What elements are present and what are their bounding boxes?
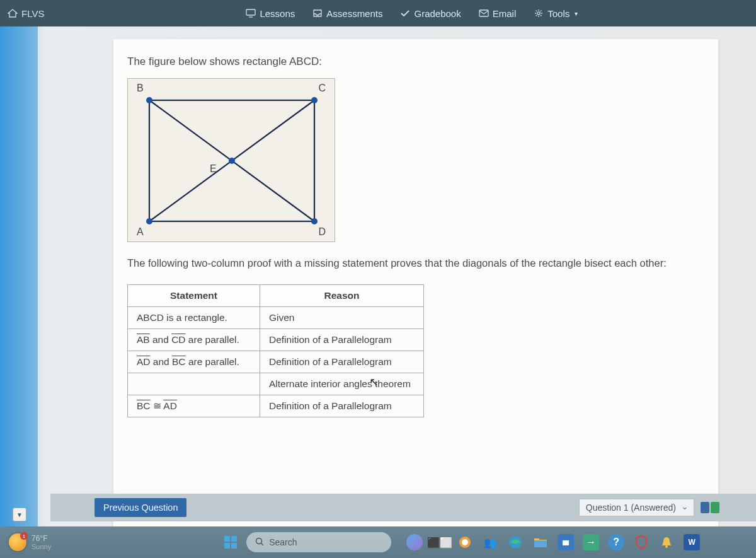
scroll-down-button[interactable]: ▼	[13, 508, 26, 521]
gear-icon	[534, 9, 544, 18]
svg-line-16	[261, 543, 264, 545]
svg-point-18	[462, 539, 468, 545]
nav-lessons[interactable]: Lessons	[246, 8, 295, 19]
edge-icon[interactable]	[507, 534, 524, 550]
intro-text: The figure below shows rectangle ABCD:	[127, 55, 704, 68]
mail-icon	[479, 9, 489, 18]
content-area: ▼ The figure below shows rectangle ABCD:…	[0, 26, 756, 526]
cell-reason: Definition of a Parallelogram	[260, 329, 424, 351]
weather-widget[interactable]: 1 76°F Sunny	[9, 533, 51, 551]
taskbar-search[interactable]: Search	[246, 532, 391, 552]
header-reason: Reason	[260, 285, 424, 307]
temperature: 76°F	[32, 534, 51, 543]
question-page: The figure below shows rectangle ABCD: B…	[113, 39, 718, 526]
proof-description: The following two-column proof with a mi…	[127, 256, 704, 270]
top-navbar: FLVS Lessons Assessments Gradebook Email…	[0, 0, 756, 26]
cell-statement: AD and BC are parallel.	[128, 351, 260, 373]
brand[interactable]: FLVS	[8, 8, 44, 19]
svg-rect-14	[231, 543, 237, 549]
cell-reason: Alternate interior angles theorem	[260, 373, 424, 395]
nav-tools-label: Tools	[547, 8, 570, 19]
question-footer: Previous Question Question 1 (Answered)	[50, 494, 756, 521]
brand-label: FLVS	[21, 8, 44, 19]
svg-rect-13	[224, 543, 230, 549]
table-row: AD and BC are parallel. Definition of a …	[128, 351, 424, 373]
svg-point-7	[311, 97, 318, 103]
left-gradient-strip: ▼	[0, 26, 38, 526]
teams-icon[interactable]: 👥	[482, 534, 498, 550]
windows-taskbar: 1 76°F Sunny Search ⬛⬜ 👥 → ? W	[0, 526, 756, 558]
proof-table: Statement Reason ABCD is a rectangle. Gi…	[127, 284, 424, 417]
chevron-down-icon: ▾	[575, 10, 578, 17]
monitor-icon	[246, 9, 256, 18]
svg-rect-12	[231, 536, 237, 542]
taskbar-apps: ⬛⬜ 👥 → ? W	[406, 534, 700, 550]
nav-email[interactable]: Email	[479, 8, 517, 19]
cell-statement-missing	[128, 373, 260, 395]
header-statement: Statement	[128, 285, 260, 307]
nav-gradebook-label: Gradebook	[414, 8, 461, 19]
svg-point-8	[146, 218, 152, 224]
nav-tools[interactable]: Tools ▾	[534, 8, 578, 19]
store-icon[interactable]	[558, 534, 574, 550]
svg-point-22	[665, 545, 668, 548]
app-icon-1[interactable]	[457, 534, 473, 550]
search-icon	[255, 537, 264, 548]
question-status-group: Question 1 (Answered)	[579, 499, 719, 516]
inbox-icon	[312, 9, 323, 18]
nav-menu: Lessons Assessments Gradebook Email Tool…	[246, 8, 578, 19]
previous-question-button[interactable]: Previous Question	[94, 498, 186, 517]
home-icon	[8, 9, 18, 18]
taskbar-center: Search ⬛⬜ 👥 → ? W	[221, 532, 700, 552]
table-row: AB and CD are parallel. Definition of a …	[128, 329, 424, 351]
notification-badge: 1	[20, 532, 28, 540]
check-icon	[400, 9, 410, 18]
explorer-icon[interactable]	[532, 534, 549, 550]
nav-lessons-label: Lessons	[260, 8, 295, 19]
nav-assessments[interactable]: Assessments	[312, 8, 382, 19]
question-selector[interactable]: Question 1 (Answered)	[579, 499, 694, 516]
svg-rect-1	[479, 10, 488, 16]
svg-point-2	[537, 12, 540, 15]
share-icon[interactable]: →	[583, 534, 599, 550]
label-B: B	[137, 83, 144, 94]
windows-icon	[224, 535, 238, 549]
flag-toggle[interactable]	[701, 502, 719, 513]
table-row: Alternate interior angles theorem	[128, 373, 424, 395]
cell-statement: BC ≅ AD	[128, 395, 260, 417]
cell-reason: Given	[260, 307, 424, 329]
rectangle-figure: B C A D E	[127, 78, 335, 242]
nav-gradebook[interactable]: Gradebook	[400, 8, 461, 19]
svg-rect-21	[563, 540, 569, 545]
cell-statement: AB and CD are parallel.	[128, 329, 260, 351]
label-A: A	[137, 226, 144, 238]
help-icon[interactable]: ?	[608, 534, 624, 550]
flag-off-icon	[701, 502, 709, 513]
nav-assessments-label: Assessments	[326, 8, 382, 19]
condition: Sunny	[32, 543, 51, 550]
svg-point-15	[256, 538, 262, 543]
svg-rect-0	[246, 9, 255, 15]
label-D: D	[318, 226, 326, 238]
task-view-icon[interactable]: ⬛⬜	[432, 534, 448, 550]
table-row: ABCD is a rectangle. Given	[128, 307, 424, 329]
table-row: BC ≅ AD Definition of a Parallelogram	[128, 395, 424, 417]
flag-on-icon	[711, 502, 719, 513]
svg-point-6	[146, 97, 152, 103]
svg-point-10	[229, 158, 235, 164]
copilot-icon[interactable]	[406, 534, 423, 550]
svg-point-9	[311, 218, 318, 224]
label-E: E	[210, 163, 217, 175]
svg-rect-11	[224, 536, 230, 542]
word-icon[interactable]: W	[684, 534, 700, 550]
cell-reason: Definition of a Parallelogram	[260, 351, 424, 373]
security-icon[interactable]	[633, 534, 650, 550]
svg-rect-20	[534, 540, 547, 547]
label-C: C	[318, 83, 326, 94]
table-header-row: Statement Reason	[128, 285, 424, 307]
cell-statement: ABCD is a rectangle.	[128, 307, 260, 329]
start-button[interactable]	[221, 533, 240, 552]
search-placeholder: Search	[269, 537, 297, 547]
notification-icon[interactable]	[658, 534, 675, 550]
cell-reason: Definition of a Parallelogram	[260, 395, 424, 417]
